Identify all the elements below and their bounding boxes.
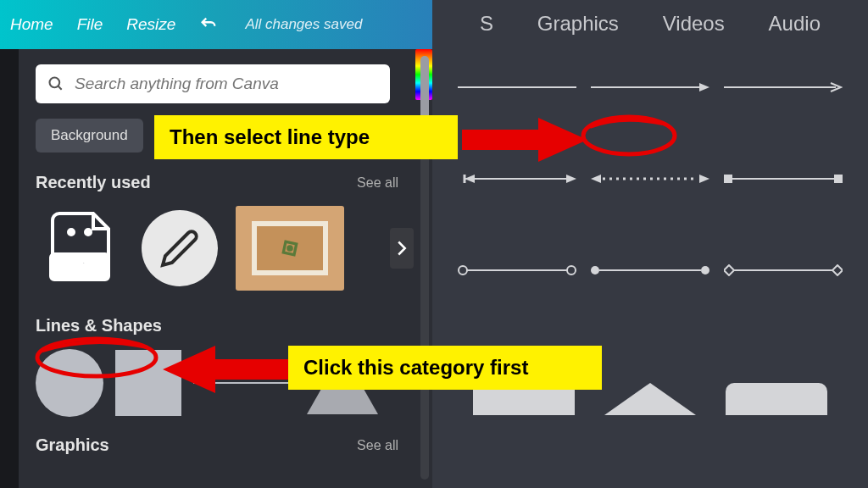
svg-point-0 (50, 78, 60, 88)
search-box[interactable] (36, 64, 390, 103)
an-file-icon: AN (44, 210, 115, 286)
recent-item-an[interactable]: AN (36, 204, 124, 292)
file-menu[interactable]: File (77, 15, 103, 34)
line-arrow-thin[interactable] (724, 75, 843, 100)
photo-thumb (236, 206, 344, 291)
svg-point-24 (567, 266, 576, 274)
red-arrow-left-icon (161, 342, 297, 396)
save-status: All changes saved (245, 16, 362, 33)
see-all-recent[interactable]: See all (357, 175, 398, 191)
right-tabs: S Graphics Videos Audio (432, 0, 868, 41)
svg-rect-19 (724, 175, 732, 183)
svg-point-27 (701, 266, 709, 274)
tab-graphics[interactable]: Graphics (537, 12, 619, 36)
graphics-header: Graphics See all (36, 435, 398, 455)
big-rounded[interactable] (726, 383, 827, 415)
svg-marker-15 (465, 175, 475, 183)
annotation-select-line: Then select line type (154, 115, 458, 159)
svg-point-7 (288, 247, 292, 250)
line-dot-ends[interactable] (591, 258, 709, 283)
lines-shapes-header: Lines & Shapes (36, 316, 398, 336)
line-plain[interactable] (458, 75, 576, 100)
recently-used-header: Recently used See all (36, 173, 398, 192)
lines-shapes-title: Lines & Shapes (36, 316, 162, 336)
svg-point-22 (459, 266, 467, 274)
red-circle-annotation-2 (32, 334, 161, 381)
lines-row-3 (458, 258, 843, 283)
line-square-ends[interactable] (724, 166, 843, 191)
svg-point-4 (69, 230, 74, 235)
red-circle-annotation-1 (578, 112, 680, 159)
tab-audio[interactable]: Audio (769, 12, 821, 36)
svg-marker-31 (462, 118, 587, 162)
lines-row-1 (458, 75, 843, 100)
svg-rect-21 (834, 175, 843, 183)
svg-point-25 (591, 266, 599, 274)
annotation-click-category: Click this category first (288, 346, 602, 390)
resize-menu[interactable]: Resize (126, 15, 175, 34)
right-panel: S Graphics Videos Audio (432, 0, 868, 488)
svg-marker-10 (699, 83, 709, 92)
line-arrow-right[interactable] (591, 75, 709, 100)
see-all-graphics[interactable]: See all (357, 438, 398, 453)
line-double-arrow[interactable] (458, 166, 576, 191)
svg-marker-32 (163, 346, 297, 393)
lines-row-2 (458, 166, 843, 191)
svg-point-5 (86, 230, 91, 235)
big-triangle[interactable] (604, 383, 696, 415)
recently-used-title: Recently used (36, 173, 151, 192)
svg-marker-14 (566, 175, 576, 183)
top-bar: Home File Resize All changes saved (0, 0, 432, 49)
home-menu[interactable]: Home (10, 15, 53, 34)
svg-marker-16 (591, 175, 601, 183)
chevron-right-icon (396, 240, 408, 257)
svg-marker-18 (699, 175, 709, 183)
svg-marker-28 (724, 265, 734, 275)
left-panel: Home File Resize All changes saved Backg… (0, 0, 432, 488)
elements-content: Background Recently used See all AN (19, 49, 415, 470)
tab-background[interactable]: Background (36, 119, 143, 152)
lines-grid (432, 41, 868, 383)
pencil-circle-icon (142, 210, 218, 286)
graphics-title: Graphics (36, 435, 109, 455)
line-dotted-arrows[interactable] (591, 166, 709, 191)
line-diamond-ends[interactable] (724, 258, 843, 283)
search-icon (47, 75, 64, 92)
recent-item-pencil[interactable] (136, 204, 224, 292)
recent-item-photo[interactable] (236, 204, 344, 292)
red-arrow-right-icon (462, 114, 589, 165)
recent-items: AN (36, 204, 398, 292)
svg-marker-30 (832, 265, 843, 275)
chevron-right-button[interactable] (390, 228, 414, 269)
sidebar-strip (0, 49, 19, 488)
tab-videos[interactable]: Videos (663, 12, 725, 36)
line-circle-ends[interactable] (458, 258, 576, 283)
svg-text:AN: AN (67, 258, 92, 276)
tab-s-partial[interactable]: S (480, 12, 493, 36)
undo-icon[interactable] (199, 15, 218, 34)
search-input[interactable] (75, 75, 378, 93)
svg-line-1 (58, 86, 62, 90)
